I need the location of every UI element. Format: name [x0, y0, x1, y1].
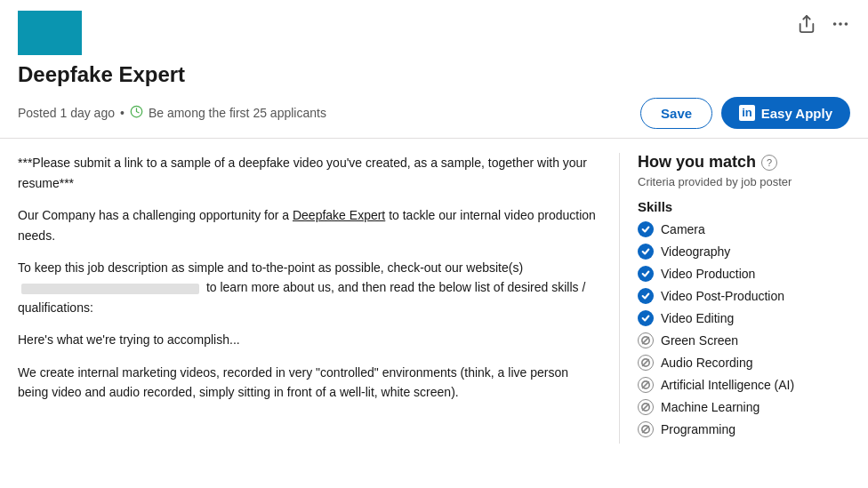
check-filled-icon [638, 310, 654, 326]
description-para5: We create internal marketing videos, rec… [18, 363, 601, 403]
main-content: ***Please submit a link to a sample of a… [0, 139, 868, 458]
skill-name: Video Post-Production [661, 289, 784, 303]
skill-item: Machine Learning [638, 399, 850, 415]
action-row: Posted 1 day ago • Be among the first 25… [0, 88, 868, 139]
description-para4: Here's what we're trying to accomplish..… [18, 330, 601, 349]
svg-line-8 [643, 360, 649, 366]
check-filled-icon [638, 221, 654, 237]
job-title-section: Deepfake Expert [0, 55, 868, 88]
easy-apply-label: Easy Apply [761, 106, 832, 121]
skill-item: Video Post-Production [638, 288, 850, 304]
svg-line-12 [643, 404, 649, 411]
how-you-match-title: How you match [638, 153, 756, 172]
more-options-button[interactable] [831, 14, 850, 34]
action-buttons: Save in Easy Apply [640, 97, 850, 129]
meta-info: Posted 1 day ago • Be among the first 25… [18, 105, 326, 121]
check-outline-icon [638, 355, 654, 371]
clock-icon [130, 105, 143, 121]
description-para1: ***Please submit a link to a sample of a… [18, 153, 601, 193]
skill-name: Video Production [661, 267, 755, 281]
para3-pre: To keep this job description as simple a… [18, 260, 523, 275]
skill-item: Video Editing [638, 310, 850, 326]
url-placeholder [21, 284, 199, 294]
svg-point-1 [833, 22, 837, 26]
skill-name: Green Screen [661, 333, 738, 348]
skill-name: Audio Recording [661, 356, 753, 370]
check-filled-icon [638, 266, 654, 282]
skill-name: Video Editing [661, 311, 734, 325]
check-filled-icon [638, 288, 654, 304]
svg-line-14 [643, 427, 649, 433]
skill-item: Green Screen [638, 332, 850, 348]
skill-item: Artificial Intelligence (AI) [638, 377, 850, 393]
check-filled-icon [638, 244, 654, 260]
skill-name: Camera [661, 222, 705, 236]
skill-item: Videography [638, 244, 850, 260]
top-bar [0, 0, 868, 55]
description-para2: Our Company has a challenging opportunit… [18, 205, 601, 245]
separator: • [120, 106, 125, 120]
check-outline-icon [638, 377, 654, 393]
description-para3: To keep this job description as simple a… [18, 258, 601, 317]
svg-line-6 [643, 338, 649, 344]
para2-pre: Our Company has a challenging opportunit… [18, 208, 293, 222]
how-you-match-header: How you match ? [638, 153, 850, 172]
company-logo [18, 11, 82, 55]
skills-title: Skills [638, 199, 850, 214]
skill-name: Machine Learning [661, 400, 760, 414]
svg-line-10 [643, 382, 649, 388]
job-title: Deepfake Expert [18, 60, 850, 88]
posted-date: Posted 1 day ago [18, 106, 115, 120]
skill-name: Programming [661, 422, 735, 436]
easy-apply-button[interactable]: in Easy Apply [721, 97, 850, 129]
skills-list: CameraVideographyVideo ProductionVideo P… [638, 221, 850, 437]
check-outline-icon [638, 399, 654, 415]
save-button[interactable]: Save [640, 98, 712, 129]
skill-item: Video Production [638, 266, 850, 282]
skill-item: Programming [638, 421, 850, 437]
skill-item: Audio Recording [638, 355, 850, 371]
skill-item: Camera [638, 221, 850, 237]
share-button[interactable] [797, 14, 816, 34]
svg-point-2 [839, 22, 842, 26]
skill-name: Artificial Intelligence (AI) [661, 378, 794, 392]
check-outline-icon [638, 421, 654, 437]
criteria-text: Criteria provided by job poster [638, 175, 850, 188]
applicants-notice: Be among the first 25 applicants [149, 106, 326, 120]
deepfake-expert-link[interactable]: Deepfake Expert [293, 208, 385, 222]
skill-name: Videography [661, 244, 730, 259]
help-icon[interactable]: ? [761, 155, 777, 171]
job-card: Deepfake Expert Posted 1 day ago • Be am… [0, 0, 868, 488]
top-icons [797, 11, 850, 34]
how-you-match-sidebar: How you match ? Criteria provided by job… [619, 153, 850, 444]
svg-point-3 [845, 22, 848, 26]
check-outline-icon [638, 332, 654, 348]
linkedin-icon: in [739, 105, 755, 121]
job-description: ***Please submit a link to a sample of a… [18, 153, 601, 444]
